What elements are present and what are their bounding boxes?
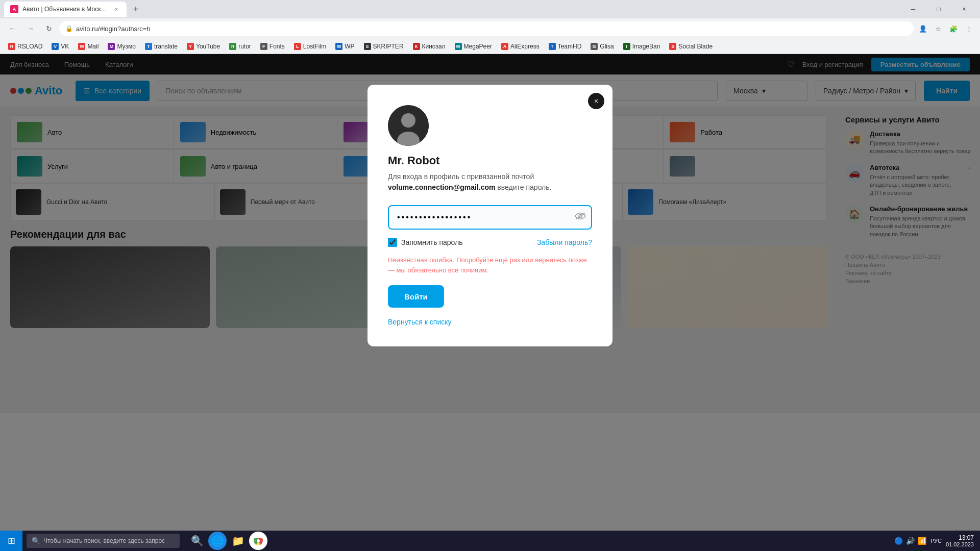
taskbar-apps: 🔍 🌐 📁 — [184, 532, 272, 550]
bookmark-label: LostFilm — [303, 43, 326, 50]
bookmark-label: RSLOAD — [17, 43, 42, 50]
bookmark-lostfilm[interactable]: LLostFilm — [290, 42, 330, 51]
remember-label: Запомнить пароль — [401, 238, 462, 246]
more-btn[interactable]: ⋮ — [962, 21, 976, 36]
volume-icon: 🔊 — [906, 537, 915, 545]
taskbar-date: 01.02.2023 — [946, 541, 974, 547]
bookmark-label: Музмо — [117, 43, 136, 50]
nav-bar: ← → ↻ 🔒 avito.ru/#login?authsrc=h 👤 ☆ 🧩 … — [0, 18, 980, 39]
bookmark-label: VK — [61, 43, 69, 50]
bookmark-aliexpress[interactable]: AAliExpress — [497, 42, 544, 51]
network-icon: 📶 — [918, 537, 926, 545]
forgot-link[interactable]: Забыли пароль? — [537, 238, 592, 246]
bookmark-label: Mail — [87, 43, 99, 50]
maximize-btn[interactable]: □ — [927, 2, 950, 17]
password-field — [388, 205, 592, 230]
minimize-btn[interactable]: ─ — [901, 2, 925, 17]
bookmark-wp[interactable]: WWP — [331, 42, 358, 51]
new-tab-btn[interactable]: + — [129, 2, 143, 16]
svg-point-1 — [401, 113, 415, 128]
login-modal: × Mr. Robot Для входа в профиль с привяз… — [368, 85, 612, 346]
address-bar[interactable]: 🔒 avito.ru/#login?authsrc=h — [59, 21, 914, 36]
error-message: Неизвестная ошибка. Попробуйте ещё раз и… — [388, 255, 592, 275]
taskbar-clock: 13:07 01.02.2023 — [946, 534, 974, 547]
bookmark-label: MegaPeer — [464, 43, 492, 50]
start-btn[interactable]: ⊞ — [0, 531, 22, 551]
modal-desc: Для входа в профиль с привязанной почтой… — [388, 171, 592, 193]
bookmark-social-blade[interactable]: SSocial Blade — [665, 42, 717, 51]
bookmark-skripter[interactable]: SSKRIPTER — [360, 42, 408, 51]
page-background: Для бизнеса Помощь Каталоги ♡ Вход и рег… — [0, 54, 980, 531]
taskbar-app-search[interactable]: 🔍 — [188, 532, 206, 550]
address-text: avito.ru/#login?authsrc=h — [76, 25, 151, 33]
bookmark-teamhd[interactable]: TTeamHD — [545, 42, 586, 51]
taskbar-right: 🔵 🔊 📶 РУС 13:07 01.02.2023 — [888, 534, 980, 547]
reload-btn[interactable]: ↻ — [41, 20, 57, 37]
close-btn[interactable]: × — [952, 2, 976, 17]
remember-checkbox[interactable] — [388, 238, 397, 247]
tab-close-btn[interactable]: × — [112, 5, 120, 13]
taskbar-app-browser[interactable]: 🌐 — [208, 532, 227, 550]
nav-right-icons: 👤 ☆ 🧩 ⋮ — [916, 21, 976, 36]
bookmark-star-btn[interactable]: ☆ — [931, 21, 945, 36]
modal-desc-suffix: введите пароль. — [497, 183, 551, 191]
taskbar-app-explorer[interactable]: 📁 — [229, 532, 247, 550]
bookmark-youtube[interactable]: YYouTube — [183, 42, 224, 51]
bookmark-label: ImageBan — [632, 43, 660, 50]
modal-username: Mr. Robot — [388, 154, 592, 167]
modal-desc-text: Для входа в профиль с привязанной почтой — [388, 172, 534, 181]
bookmark-label: YouTube — [196, 43, 220, 50]
back-to-list-link[interactable]: Вернуться к списку — [388, 318, 592, 326]
taskbar-time: 13:07 — [946, 534, 974, 541]
bookmark-label: Fonts — [270, 43, 285, 50]
bookmark-label: Кинозал — [422, 43, 446, 50]
browser-chrome: А Авито | Объявления в Москве: × + ─ □ ×… — [0, 0, 980, 54]
taskbar-system-icons: 🔵 🔊 📶 — [894, 537, 926, 545]
modal-close-btn[interactable]: × — [588, 93, 604, 109]
bookmark-label: AliExpress — [510, 43, 540, 50]
remember-row: Запомнить пароль Забыли пароль? — [388, 238, 592, 247]
bookmark-label: translate — [154, 43, 178, 50]
bookmark-mail[interactable]: MMail — [74, 42, 103, 51]
bookmark-label: Social Blade — [678, 43, 713, 50]
bookmark-label: SKRIPTER — [373, 43, 404, 50]
bookmark-label: WP — [345, 43, 354, 50]
remember-left: Запомнить пароль — [388, 238, 462, 247]
bookmark-кинозал[interactable]: ККинозал — [409, 42, 450, 51]
taskbar-search[interactable]: 🔍 Чтобы начать поиск, введите здесь запр… — [27, 534, 180, 548]
tab-bar: А Авито | Объявления в Москве: × + ─ □ × — [0, 0, 980, 18]
taskbar: ⊞ 🔍 Чтобы начать поиск, введите здесь за… — [0, 531, 980, 551]
tab-favicon: А — [10, 5, 18, 13]
extensions-btn[interactable]: 🧩 — [946, 21, 961, 36]
modal-email: volume.connection@gmail.com — [388, 183, 495, 191]
bookmark-label: TeamHD — [558, 43, 582, 50]
taskbar-lang: РУС — [930, 538, 942, 544]
svg-point-7 — [257, 539, 260, 542]
user-avatar — [388, 105, 429, 146]
modal-overlay[interactable]: × Mr. Robot Для входа в профиль с привяз… — [0, 54, 980, 531]
bookmark-rsload[interactable]: RRSLOAD — [4, 42, 46, 51]
bookmark-label: rutor — [238, 43, 251, 50]
taskbar-app-chrome[interactable] — [249, 532, 267, 550]
bookmark-glisa[interactable]: GGlisa — [586, 42, 618, 51]
profile-btn[interactable]: 👤 — [916, 21, 930, 36]
bookmark-label: Glisa — [600, 43, 614, 50]
login-submit-btn[interactable]: Войти — [388, 285, 444, 308]
tab-title: Авито | Объявления в Москве: — [22, 6, 108, 13]
active-tab[interactable]: А Авито | Объявления в Москве: × — [4, 2, 127, 17]
bookmark-megapeer[interactable]: MMegaPeer — [451, 42, 496, 51]
window-controls: ─ □ × — [901, 2, 976, 17]
bookmark-imageban[interactable]: IImageBan — [619, 42, 665, 51]
bookmark-rutor[interactable]: Rrutor — [225, 42, 255, 51]
password-input[interactable] — [388, 205, 592, 230]
bookmark-музмо[interactable]: ММузмо — [104, 42, 140, 51]
bookmarks-bar: RRSLOADVVKMMailММузмоTtranslateYYouTubeR… — [0, 39, 980, 54]
bookmark-vk[interactable]: VVK — [47, 42, 73, 51]
bookmark-fonts[interactable]: FFonts — [256, 42, 289, 51]
bluetooth-icon: 🔵 — [894, 537, 903, 545]
back-btn[interactable]: ← — [4, 20, 20, 37]
toggle-password-btn[interactable] — [575, 212, 586, 223]
taskbar-search-text: Чтобы начать поиск, введите здесь запрос — [43, 537, 165, 544]
forward-btn[interactable]: → — [22, 20, 39, 37]
bookmark-translate[interactable]: Ttranslate — [141, 42, 182, 51]
